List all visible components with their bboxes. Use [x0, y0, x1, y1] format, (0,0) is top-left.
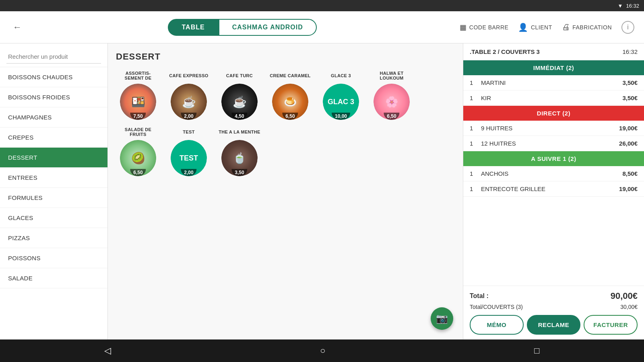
- order-panel: .TABLE 2 / COUVERTS 3 16:32 IMMÉDIAT (2)…: [463, 43, 644, 339]
- search-box: [0, 43, 107, 67]
- sidebar-items: BOISSONS CHAUDESBOISSONS FROIDESCHAMPAGN…: [0, 67, 107, 288]
- sidebar-item-champagnes[interactable]: CHAMPAGNES: [0, 107, 107, 128]
- product-card-halwa[interactable]: HALWA ET LOUKOUM🌸6,50: [369, 70, 414, 120]
- section-header-suivre: A SUIVRE 1 (2): [463, 151, 644, 166]
- order-item[interactable]: 1MARTINI3,50€: [463, 75, 644, 90]
- product-image-test: TEST2,00: [171, 140, 207, 176]
- nav-back-icon[interactable]: ◁: [104, 346, 111, 356]
- sidebar-item-crepes[interactable]: CREPES: [0, 128, 107, 148]
- sidebar-item-formules[interactable]: FORMULES: [0, 188, 107, 208]
- bottom-nav: ◁ ○ □: [0, 339, 644, 362]
- product-card-cafe-turc[interactable]: CAFE TURC☕4,50: [217, 70, 262, 120]
- search-input[interactable]: [6, 50, 101, 64]
- sidebar-item-entrees[interactable]: ENTREES: [0, 168, 107, 188]
- total-label: Total :: [470, 292, 489, 300]
- product-card-glace-3[interactable]: GLACE 3GLAC 310,00: [319, 70, 363, 120]
- header-actions: ▦ CODE BARRE 👤 CLIENT 🖨 FABRICATION i: [460, 21, 634, 34]
- product-card-the-menthe[interactable]: THE A LA MENTHE🍵3,50: [217, 126, 262, 176]
- product-image-salade-fruits: 🥝6,50: [120, 140, 156, 176]
- product-name-cafe-turc: CAFE TURC: [226, 70, 253, 81]
- nav-recents-icon[interactable]: □: [534, 346, 539, 356]
- product-image-cafe-turc: ☕4,50: [221, 84, 258, 120]
- main-content: BOISSONS CHAUDESBOISSONS FROIDESCHAMPAGN…: [0, 43, 644, 339]
- memo-button[interactable]: MÉMO: [470, 315, 524, 335]
- order-item-qty: 1: [470, 185, 478, 192]
- fabrication-action[interactable]: 🖨 FABRICATION: [562, 23, 612, 32]
- section-header-direct: DIRECT (2): [463, 106, 644, 121]
- order-item-price: 3,50€: [622, 79, 638, 86]
- barcode-action[interactable]: ▦ CODE BARRE: [460, 23, 508, 32]
- order-item[interactable]: 19 HUITRES19,00€: [463, 121, 644, 136]
- order-item-name: ANCHOIS: [478, 170, 622, 177]
- client-label: CLIENT: [531, 24, 552, 31]
- fabrication-label: FABRICATION: [572, 24, 612, 31]
- product-card-salade-fruits[interactable]: SALADE DE FRUITS🥝6,50: [116, 126, 160, 176]
- sidebar-item-salade[interactable]: SALADE: [0, 268, 107, 288]
- info-button[interactable]: i: [621, 21, 634, 34]
- product-name-glace-3: GLACE 3: [331, 70, 351, 81]
- order-item-name: 9 HUITRES: [478, 125, 619, 132]
- sidebar-item-boissons-chaudes[interactable]: BOISSONS CHAUDES: [0, 67, 107, 87]
- tab-cashmag[interactable]: CASHMAG ANDROID: [219, 19, 317, 36]
- product-image-glace-3: GLAC 310,00: [323, 84, 359, 120]
- facturer-button[interactable]: FACTURER: [584, 315, 638, 335]
- client-icon: 👤: [518, 23, 528, 32]
- order-table-info: .TABLE 2 / COUVERTS 3: [470, 48, 540, 55]
- wifi-icon: ▼: [618, 3, 623, 9]
- couverts-value: 30,00€: [620, 304, 638, 310]
- product-name-the-menthe: THE A LA MENTHE: [219, 126, 260, 138]
- order-time: 16:32: [622, 48, 638, 55]
- barcode-label: CODE BARRE: [469, 24, 509, 31]
- product-name-cafe-expresso: CAFE EXPRESSO: [169, 70, 208, 81]
- product-name-test: TEST: [183, 126, 194, 138]
- product-card-creme-caramel[interactable]: CREME CARAMEL🍮6,50: [268, 70, 312, 120]
- header: ← TABLE CASHMAG ANDROID ▦ CODE BARRE 👤 C…: [0, 11, 644, 43]
- printer-icon: 🖨: [562, 23, 570, 32]
- product-card-test[interactable]: TESTTEST2,00: [167, 126, 211, 176]
- status-time: 16:32: [626, 3, 639, 9]
- total-row: Total : 90,00€: [470, 291, 638, 301]
- order-item[interactable]: 1ANCHOIS8,50€: [463, 166, 644, 181]
- product-card-assortiment[interactable]: ASSORTIS- SEMENT DE🍱7,50: [116, 70, 160, 120]
- order-item[interactable]: 1ENTRECOTE GRILLEE19,00€: [463, 181, 644, 197]
- order-header: .TABLE 2 / COUVERTS 3 16:32: [463, 43, 644, 60]
- order-item[interactable]: 112 HUITRES26,00€: [463, 136, 644, 151]
- order-item-price: 3,50€: [622, 95, 638, 101]
- header-tabs: TABLE CASHMAG ANDROID: [31, 19, 453, 36]
- order-item-name: 12 HUITRES: [478, 140, 619, 147]
- order-item-name: MARTINI: [478, 79, 622, 86]
- nav-home-icon[interactable]: ○: [320, 346, 325, 356]
- couverts-row: Total/COUVERTS (3) 30,00€: [470, 304, 638, 310]
- order-item-price: 26,00€: [619, 140, 638, 147]
- order-item-price: 19,00€: [619, 185, 638, 192]
- reclame-button[interactable]: RECLAME: [527, 315, 581, 335]
- camera-fab-button[interactable]: 📷: [431, 307, 453, 330]
- sidebar-item-dessert[interactable]: DESSERT: [0, 148, 107, 168]
- order-item-price: 8,50€: [622, 170, 638, 177]
- product-image-the-menthe: 🍵3,50: [221, 140, 258, 176]
- order-item[interactable]: 1KIR3,50€: [463, 90, 644, 106]
- product-image-assortiment: 🍱7,50: [120, 84, 156, 120]
- product-name-assortiment: ASSORTIS- SEMENT DE: [116, 70, 160, 81]
- sidebar-item-boissons-froides[interactable]: BOISSONS FROIDES: [0, 87, 107, 107]
- product-name-halwa: HALWA ET LOUKOUM: [369, 70, 414, 81]
- section-header-immediat: IMMÉDIAT (2): [463, 60, 644, 75]
- order-item-qty: 1: [470, 140, 478, 147]
- order-item-qty: 1: [470, 95, 478, 101]
- barcode-icon: ▦: [460, 23, 467, 32]
- total-value: 90,00€: [611, 291, 638, 301]
- sidebar-item-glaces[interactable]: GLACES: [0, 208, 107, 228]
- sidebar-item-pizzas[interactable]: PIZZAS: [0, 228, 107, 248]
- back-button[interactable]: ←: [10, 21, 25, 34]
- client-action[interactable]: 👤 CLIENT: [518, 23, 552, 32]
- sidebar-item-poissons[interactable]: POISSONS: [0, 248, 107, 268]
- status-bar: ▼ 16:32: [0, 0, 644, 11]
- action-buttons: MÉMO RECLAME FACTURER: [470, 315, 638, 335]
- order-footer: Total : 90,00€ Total/COUVERTS (3) 30,00€…: [463, 286, 644, 339]
- order-item-qty: 1: [470, 125, 478, 132]
- product-card-cafe-expresso[interactable]: CAFE EXPRESSO☕2,00: [167, 70, 211, 120]
- product-image-creme-caramel: 🍮6,50: [272, 84, 308, 120]
- tab-table[interactable]: TABLE: [168, 19, 218, 36]
- order-item-qty: 1: [470, 170, 478, 177]
- product-image-halwa: 🌸6,50: [374, 84, 410, 120]
